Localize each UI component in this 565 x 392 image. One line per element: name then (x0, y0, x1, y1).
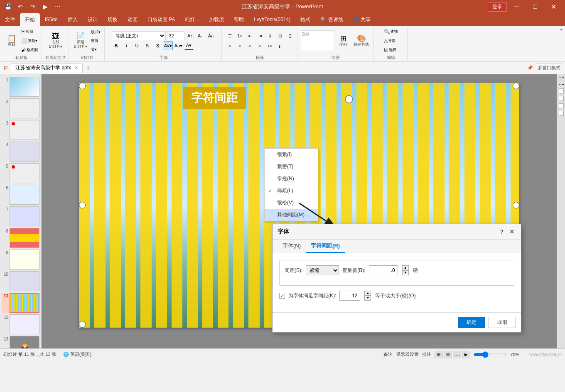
dialog-tab-font[interactable]: 字体(N) (278, 240, 306, 253)
handle-tl[interactable] (79, 83, 86, 89)
tab-close-button[interactable]: ✕ (74, 65, 78, 71)
maximize-button[interactable]: □ (527, 1, 543, 12)
tab-file-item[interactable]: 江苏省涛安高级中学.pptx ✕ (11, 63, 83, 73)
redo-icon[interactable]: ↷ (28, 2, 37, 11)
format-painter-button[interactable]: 🖌 格式刷 (20, 46, 39, 54)
slide-thumb-6[interactable]: 6 (2, 185, 39, 205)
clear-format-button[interactable]: Aa (206, 31, 216, 40)
kerning-checkbox[interactable] (279, 293, 285, 299)
reset-button[interactable]: 重置 (90, 37, 102, 45)
online-slide-button[interactable]: 🖼 在线幻灯片▾ (47, 31, 64, 50)
find-button[interactable]: 🔍 查找 (383, 27, 399, 36)
kerning-spin-down[interactable]: ▼ (364, 296, 371, 301)
login-button[interactable]: 登录 (488, 2, 507, 12)
tab-slideshow[interactable]: 幻灯... (180, 13, 204, 26)
slide-thumb-4[interactable]: 4 (2, 142, 39, 162)
slide-thumb-8[interactable]: 8 (2, 228, 39, 248)
font-grow-button[interactable]: A↑ (186, 31, 195, 40)
slide-thumb-12[interactable]: 12 (2, 314, 39, 334)
new-slide-button[interactable]: 📄 新建幻灯片▾ (72, 31, 89, 50)
dropdown-item-normal[interactable]: 常规(N) (265, 173, 318, 185)
slide-thumb-11[interactable]: 11 (2, 293, 39, 313)
slide-thumb-1[interactable]: 1 (2, 77, 39, 97)
minimize-button[interactable]: ─ (508, 1, 525, 12)
tab-format[interactable]: 格式 (295, 13, 315, 26)
close-button[interactable]: ✕ (545, 1, 562, 12)
rotate-handle[interactable] (345, 95, 353, 103)
quick-styles-button[interactable]: 🎨 快速样式 (352, 34, 371, 48)
present-icon[interactable]: ▶ (41, 2, 50, 11)
indent-decrease-button[interactable]: ⇤ (246, 31, 255, 40)
collapse-up-button[interactable]: ⌃⌃ (558, 76, 565, 81)
kerning-input[interactable] (339, 291, 360, 301)
tab-gosoline[interactable]: 🔍 吾诉线 (315, 13, 348, 26)
smartart-button[interactable]: ⟨⟩ (285, 31, 295, 40)
tab-is5do[interactable]: iS5do (40, 13, 63, 26)
font-name-select[interactable]: 等线 (正文) (112, 31, 166, 40)
dropdown-item-very-tight[interactable]: 很紧(I) (265, 149, 318, 161)
align-column-button[interactable]: ⊟ (275, 31, 285, 40)
underline-button[interactable]: U (133, 41, 142, 50)
indent-increase-button[interactable]: ⇥ (255, 31, 265, 40)
tab-addins[interactable]: 加载项 (204, 13, 229, 26)
dialog-ok-button[interactable]: 确定 (458, 317, 485, 328)
handle-mr[interactable] (513, 202, 519, 208)
layout-button[interactable]: 版式▾ (90, 28, 102, 36)
slide-thumb-3[interactable]: 3 (2, 120, 39, 140)
slideshow-button[interactable]: ▶ (462, 351, 470, 358)
tab-file[interactable]: 文件 (0, 13, 20, 26)
display-settings-button[interactable]: 显示器设置 (396, 351, 419, 358)
char-spacing-button[interactable]: AV▾ (164, 41, 173, 50)
line-spacing-button[interactable]: ↕≡ (265, 41, 275, 50)
tab-home[interactable]: 开始 (20, 13, 40, 26)
tab-insert[interactable]: 插入 (63, 13, 83, 26)
cut-button[interactable]: ✂ 剪切 (20, 27, 39, 36)
undo-icon[interactable]: ↶ (16, 2, 25, 11)
amount-spin-up[interactable]: ▲ (402, 265, 409, 270)
amount-input[interactable] (369, 265, 398, 275)
handle-ml[interactable] (79, 202, 86, 208)
font-color-button[interactable]: A▾ (184, 41, 194, 50)
tab-transitions[interactable]: 切换 (103, 13, 123, 26)
dialog-cancel-button[interactable]: 取消 (489, 317, 516, 328)
amount-spin-down[interactable]: ▼ (402, 270, 409, 275)
dialog-close-button[interactable]: ✕ (508, 228, 516, 236)
section-button[interactable]: 节▾ (90, 46, 102, 54)
copy-button[interactable]: ⬜ 复制▾ (20, 37, 39, 45)
comments-button[interactable]: 批注 (422, 351, 431, 358)
add-tab-button[interactable]: + (84, 64, 93, 73)
tab-share[interactable]: 👤 共享 (348, 13, 376, 26)
zoom-slider[interactable] (474, 351, 507, 358)
paste-button[interactable]: 📋 粘贴 (4, 34, 19, 48)
slide-thumb-13[interactable]: 13 🌄 (2, 336, 39, 348)
dialog-help-button[interactable]: ? (498, 228, 506, 236)
arrange-button[interactable]: ⊞ 排列 (336, 34, 351, 48)
align-right-button[interactable]: ≡ (246, 41, 255, 50)
slide-thumb-7[interactable]: 7 (2, 206, 39, 226)
select-button[interactable]: ☑ 选择 (383, 46, 399, 54)
more-icon[interactable]: ⋯ (53, 2, 62, 11)
tab-help[interactable]: 帮助 (229, 13, 249, 26)
kerning-spin-up[interactable]: ▲ (364, 291, 371, 296)
font-size-input[interactable] (167, 31, 184, 40)
dropdown-item-loose[interactable]: ✓ 稀疏(L) (265, 185, 318, 197)
slide-thumb-9[interactable]: 9 (2, 250, 39, 270)
dialog-tab-char-spacing[interactable]: 字符间距(R) (306, 240, 345, 253)
collapse-ribbon-button[interactable]: ⌃ (559, 28, 563, 34)
reading-view-button[interactable]: 📖 (453, 351, 461, 358)
slide-thumb-2[interactable]: 2 (2, 98, 39, 118)
text-direction-button[interactable]: ⇕ (265, 31, 275, 40)
bold-button[interactable]: B (112, 41, 121, 50)
slide-thumb-5[interactable]: 5 (2, 163, 39, 183)
save-icon[interactable]: 💾 (3, 2, 12, 11)
replace-button[interactable]: △ 替换 (383, 37, 399, 45)
pin-button[interactable]: 📌 (527, 65, 533, 71)
shadow-button[interactable]: S (153, 41, 162, 50)
handle-bl[interactable] (79, 321, 86, 328)
col-button[interactable]: ⫿ (275, 41, 285, 50)
expand-down-button[interactable]: ⌄⌄ (558, 81, 565, 86)
tab-design[interactable]: 设计 (83, 13, 103, 26)
strikethrough-button[interactable]: S (143, 41, 152, 50)
font-case-button[interactable]: Aa▾ (174, 41, 183, 50)
align-left-button[interactable]: ≡ (226, 41, 235, 50)
